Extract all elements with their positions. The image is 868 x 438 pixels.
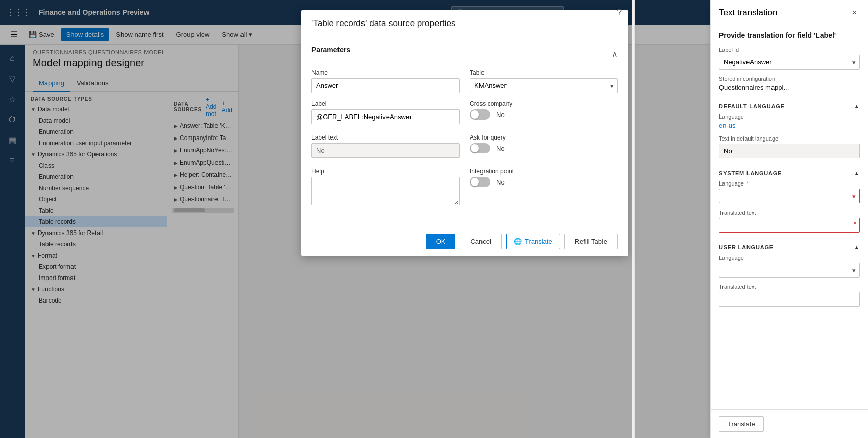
table-select-wrapper: KMAnswer (470, 78, 618, 93)
ask-for-query-value: No (496, 145, 505, 152)
form-row-2: Label Cross company No (311, 100, 618, 127)
name-input[interactable] (311, 78, 460, 93)
user-language-label-text: Language (719, 255, 860, 261)
translated-text-input[interactable] (719, 218, 860, 233)
system-language-label: SYSTEM LANGUAGE (719, 170, 782, 176)
vertical-divider[interactable] (632, 0, 635, 438)
text-default-group: Text in default language (719, 135, 860, 158)
modal-dialog: 'Table records' data source properties P… (301, 10, 628, 256)
modal-section-title: Parameters (311, 45, 350, 54)
label-text-input[interactable] (311, 143, 460, 158)
right-panel-header: Text translation × (711, 0, 868, 24)
user-language-section[interactable]: USER LANGUAGE ▲ (719, 239, 860, 255)
user-language-group: Language (719, 255, 860, 278)
cancel-button[interactable]: Cancel (460, 234, 501, 249)
right-panel-body: Provide translation for field 'Label' La… (711, 24, 868, 409)
default-language-group: Language en-us (719, 113, 860, 129)
rp-footer: Translate (711, 409, 868, 438)
ask-for-query-label: Ask for query (470, 134, 618, 141)
table-label: Table (470, 69, 618, 76)
required-star: * (746, 180, 749, 187)
help-label: Help (311, 168, 460, 175)
modal-body: Parameters ∧ Name Table KMAnswer (301, 37, 628, 227)
integration-point-group: Integration point No (470, 168, 618, 205)
integration-point-value: No (496, 178, 505, 186)
label-text-group: Label text (311, 134, 460, 160)
default-language-section[interactable]: DEFAULT LANGUAGE ▲ (719, 98, 860, 113)
label-id-select[interactable]: NegativeAnswer (719, 55, 860, 70)
stored-in-value: Questionnaires mappi... (719, 84, 860, 91)
ask-for-query-group: Ask for query No (470, 134, 618, 160)
user-translated-text-label: Translated text (719, 284, 860, 290)
form-row-3: Label text Ask for query No (311, 134, 618, 160)
ask-for-query-toggle-row: No (470, 143, 618, 153)
system-language-label-text: Language * (719, 180, 860, 187)
table-select[interactable]: KMAnswer (470, 78, 618, 93)
cross-company-value: No (496, 111, 505, 119)
user-language-label: USER LANGUAGE (719, 244, 774, 250)
label-input[interactable] (311, 109, 460, 124)
form-row-1: Name Table KMAnswer (311, 69, 618, 93)
system-language-group: Language * (719, 180, 860, 203)
text-default-label: Text in default language (719, 135, 860, 142)
integration-point-toggle-row: No (470, 177, 618, 187)
ok-button[interactable]: OK (426, 234, 456, 249)
integration-point-label: Integration point (470, 168, 618, 175)
name-group: Name (311, 69, 460, 93)
default-language-value: en-us (719, 122, 860, 129)
cross-company-toggle-row: No (470, 109, 618, 120)
form-row-4: Help Integration point No (311, 168, 618, 205)
stored-in-label: Stored in configuration (719, 76, 860, 82)
collapse-chevron-system: ▲ (854, 170, 860, 176)
stored-in-group: Stored in configuration Questionnaires m… (719, 76, 860, 91)
default-language-label-text: Language (719, 113, 860, 120)
refill-table-button[interactable]: Refill Table (564, 234, 618, 249)
clear-icon[interactable]: × (853, 219, 857, 227)
label-group: Label (311, 100, 460, 127)
modal-title: 'Table records' data source properties (311, 18, 618, 29)
cross-company-label: Cross company (470, 100, 618, 107)
user-language-select[interactable] (719, 263, 860, 278)
label-label: Label (311, 100, 460, 107)
table-group: Table KMAnswer (470, 69, 618, 93)
name-label: Name (311, 69, 460, 76)
modal-footer: OK Cancel 🌐 Translate Refill Table (301, 227, 628, 256)
translated-text-label: Translated text (719, 210, 860, 216)
user-translated-text-group: Translated text (719, 284, 860, 307)
user-language-select-wrapper (719, 263, 860, 278)
collapse-chevron-default: ▲ (854, 103, 860, 109)
main-layout: ⌂ ▽ ☆ ⏱ ▦ ≡ QUESTIONNAIRES QUESTIONNAIRE… (0, 45, 868, 438)
system-language-select[interactable] (719, 189, 860, 203)
integration-point-toggle[interactable] (470, 177, 490, 187)
label-text-label: Label text (311, 134, 460, 141)
rp-translate-button[interactable]: Translate (719, 416, 764, 432)
help-textarea[interactable] (311, 177, 460, 205)
system-language-select-wrapper (719, 189, 860, 203)
cross-company-group: Cross company No (470, 100, 618, 127)
collapse-chevron-user: ▲ (854, 244, 860, 250)
translate-icon: 🌐 (514, 238, 522, 245)
ask-for-query-toggle[interactable] (470, 143, 490, 153)
translated-text-group: Translated text × (719, 210, 860, 233)
default-language-label: DEFAULT LANGUAGE (719, 103, 785, 109)
label-id-select-wrapper: NegativeAnswer (719, 55, 860, 70)
modal-overlay: 'Table records' data source properties P… (0, 0, 868, 438)
label-id-group: Label Id NegativeAnswer (719, 47, 860, 70)
user-translated-text-input[interactable] (719, 292, 860, 307)
rp-subtitle: Provide translation for field 'Label' (719, 31, 860, 39)
cross-company-toggle[interactable] (470, 109, 490, 120)
right-panel-title: Text translation (719, 8, 777, 18)
right-panel: Text translation × Provide translation f… (710, 0, 868, 438)
help-group: Help (311, 168, 460, 205)
text-default-input[interactable] (719, 144, 860, 158)
modal-header: 'Table records' data source properties (301, 10, 628, 37)
system-language-section[interactable]: SYSTEM LANGUAGE ▲ (719, 165, 860, 180)
collapse-icon[interactable]: ∧ (612, 49, 618, 59)
translate-button[interactable]: 🌐 Translate (506, 234, 560, 249)
close-button[interactable]: × (849, 7, 860, 18)
help-icon[interactable]: ? (617, 7, 622, 18)
label-id-label: Label Id (719, 47, 860, 53)
